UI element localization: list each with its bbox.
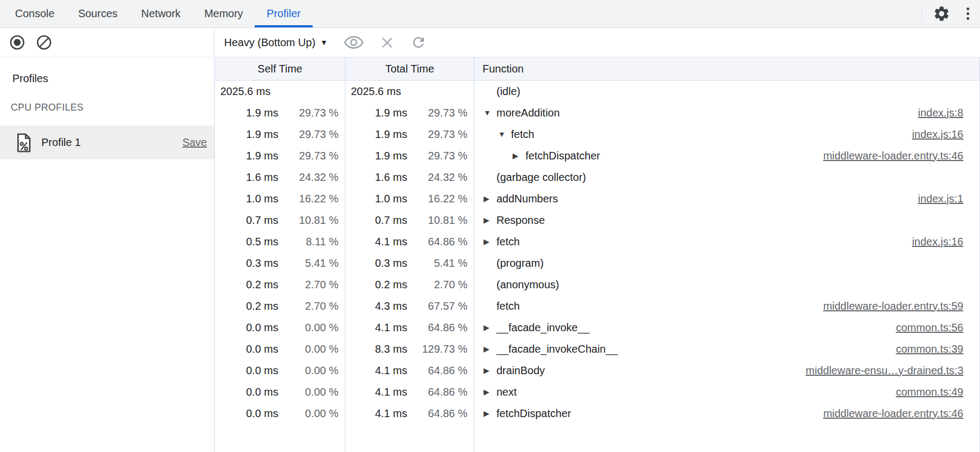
self-time-ms: 1.9 ms (215, 150, 278, 162)
profile-table-row[interactable]: 2025.6 ms 2025.6 ms (idle) (215, 81, 979, 102)
profile-table-row[interactable]: 0.0 ms 0.00 % 4.1 ms 64.86 % ▶ drainBody… (215, 360, 979, 381)
tree-toggle-icon[interactable]: ▶ (484, 409, 496, 418)
profile-table-row[interactable]: 0.3 ms 5.41 % 0.3 ms 5.41 % (program) (215, 252, 979, 274)
devtools-tabbar: Console Sources Network Memory Profiler (0, 0, 980, 28)
function-cell: ▶ fetchDispatcher middleware-loader.entr… (474, 403, 979, 424)
profile-table-row[interactable]: 0.2 ms 2.70 % 4.3 ms 67.57 % fetch middl… (215, 295, 979, 317)
focus-function-eye-icon[interactable] (344, 35, 364, 49)
grid-header-row: Self Time Total Time Function (215, 57, 979, 81)
tab-console[interactable]: Console (3, 0, 66, 27)
total-time-ms: 1.9 ms (345, 150, 407, 162)
profile-table-row[interactable]: 0.7 ms 10.81 % 0.7 ms 10.81 % ▶ Response (215, 209, 979, 231)
restore-refresh-icon[interactable] (410, 34, 427, 50)
self-time-cell: 0.2 ms 2.70 % (215, 295, 345, 317)
function-cell: (anonymous) (474, 274, 979, 295)
tree-toggle-icon[interactable]: ▶ (513, 151, 525, 160)
function-name: fetchDispatcher (525, 150, 600, 162)
source-location-link[interactable]: index.js:8 (918, 107, 964, 119)
tab-network[interactable]: Network (129, 0, 192, 27)
exclude-function-close-icon[interactable] (380, 35, 394, 50)
total-time-percent: 64.86 % (407, 407, 467, 420)
source-location-link[interactable]: common.ts:56 (896, 322, 963, 334)
source-location-link[interactable]: index.js:16 (912, 128, 963, 141)
profile-table-row[interactable]: 1.6 ms 24.32 % 1.6 ms 24.32 % (garbage c… (215, 166, 979, 188)
profile-name: Profile 1 (41, 136, 81, 149)
column-header-self-time[interactable]: Self Time (215, 57, 345, 80)
self-time-percent: 29.73 % (278, 107, 338, 119)
function-name: fetch (511, 128, 534, 141)
function-cell: ▶ addNumbers index.js:1 (474, 188, 979, 209)
source-location-link[interactable]: middleware-loader.entry.ts:46 (823, 407, 963, 420)
self-time-cell: 1.9 ms 29.73 % (215, 145, 345, 166)
self-time-ms: 0.0 ms (215, 343, 278, 355)
profile-table-row[interactable]: 1.9 ms 29.73 % 1.9 ms 29.73 % ▶ fetchDis… (215, 145, 979, 166)
profile-table-row[interactable]: 0.0 ms 0.00 % 4.1 ms 64.86 % ▶ next comm… (215, 381, 979, 403)
save-profile-link[interactable]: Save (182, 136, 207, 149)
tree-toggle-icon[interactable]: ▼ (498, 130, 511, 138)
source-location-link[interactable]: index.js:1 (918, 193, 964, 205)
function-cell: ▶ Response (474, 209, 979, 231)
tab-sources[interactable]: Sources (66, 0, 129, 27)
total-time-cell: 4.1 ms 64.86 % (345, 231, 474, 252)
total-time-cell: 0.7 ms 10.81 % (345, 209, 474, 231)
column-header-function[interactable]: Function (474, 57, 979, 80)
profile-table-row[interactable]: 1.9 ms 29.73 % 1.9 ms 29.73 % ▼ moreAddi… (215, 102, 979, 123)
self-time-cell: 0.0 ms 0.00 % (215, 317, 345, 338)
source-location-link[interactable]: index.js:16 (912, 236, 963, 248)
profile-document-icon (16, 133, 32, 152)
tree-toggle-icon[interactable]: ▶ (484, 366, 496, 375)
tree-toggle-icon[interactable]: ▼ (484, 108, 496, 117)
tree-toggle-icon[interactable]: ▶ (484, 345, 496, 353)
self-time-percent: 0.00 % (278, 343, 338, 355)
profile-table-row[interactable]: 1.0 ms 16.22 % 1.0 ms 16.22 % ▶ addNumbe… (215, 188, 979, 209)
self-time-cell: 1.0 ms 16.22 % (215, 188, 345, 209)
total-time-percent: 129.73 % (407, 343, 467, 355)
self-time-cell: 0.0 ms 0.00 % (215, 338, 345, 360)
self-time-ms: 1.9 ms (215, 107, 278, 119)
clear-profiles-icon[interactable] (35, 34, 53, 51)
total-time-percent: 10.81 % (407, 214, 467, 227)
function-cell: ▶ __facade_invoke__ common.ts:56 (474, 317, 979, 338)
tree-toggle-icon[interactable]: ▶ (484, 216, 496, 224)
total-time-cell: 8.3 ms 129.73 % (345, 338, 474, 360)
profile-table-row[interactable]: 0.0 ms 0.00 % 4.1 ms 64.86 % ▶ fetchDisp… (215, 403, 979, 424)
profile-table-row[interactable]: 0.5 ms 8.11 % 4.1 ms 64.86 % ▶ fetch ind… (215, 231, 979, 252)
profile-table-row[interactable]: 1.9 ms 29.73 % 1.9 ms 29.73 % ▼ fetch in… (215, 123, 979, 145)
source-location-link[interactable]: middleware-loader.entry.ts:59 (823, 300, 963, 312)
tab-memory[interactable]: Memory (192, 0, 255, 27)
source-location-link[interactable]: middleware-loader.entry.ts:46 (823, 150, 963, 162)
view-mode-select[interactable]: Heavy (Bottom Up) ▼ (224, 37, 328, 49)
self-time-ms: 1.9 ms (215, 128, 278, 141)
self-time-cell: 0.3 ms 5.41 % (215, 252, 345, 274)
total-time-cell: 0.3 ms 5.41 % (345, 252, 474, 274)
self-time-cell: 0.7 ms 10.81 % (215, 209, 345, 231)
settings-gear-icon[interactable] (933, 5, 950, 23)
tree-toggle-icon[interactable]: ▶ (484, 237, 496, 246)
source-location-link[interactable]: common.ts:39 (896, 343, 963, 355)
column-header-total-time[interactable]: Total Time (345, 57, 474, 80)
tab-profiler[interactable]: Profiler (255, 0, 312, 27)
self-time-ms: 0.3 ms (215, 257, 278, 269)
tree-toggle-icon[interactable]: ▶ (484, 194, 496, 203)
self-time-cell: 0.0 ms 0.00 % (215, 403, 345, 424)
profile-table-row[interactable]: 0.0 ms 0.00 % 4.1 ms 64.86 % ▶ __facade_… (215, 317, 979, 338)
self-time-ms: 2025.6 ms (220, 85, 270, 98)
profile-table-row[interactable]: 0.0 ms 0.00 % 8.3 ms 129.73 % ▶ __facade… (215, 338, 979, 360)
tree-toggle-icon[interactable]: ▶ (484, 388, 496, 396)
function-name: fetchDispatcher (496, 407, 571, 420)
function-name: __facade_invokeChain__ (496, 343, 618, 355)
total-time-ms: 1.0 ms (345, 193, 407, 205)
source-location-link[interactable]: common.ts:49 (896, 386, 963, 398)
total-time-cell: 2025.6 ms (345, 81, 474, 102)
tree-toggle-icon[interactable]: ▶ (484, 323, 496, 332)
overflow-menu-icon[interactable] (964, 5, 971, 22)
cpu-profiles-section-label: CPU PROFILES (11, 102, 214, 113)
profile-list-item[interactable]: Profile 1 Save (0, 126, 214, 159)
function-name: fetch (496, 300, 520, 312)
source-location-link[interactable]: middleware-ensu…y-drained.ts:3 (806, 364, 963, 377)
self-time-percent: 24.32 % (278, 171, 338, 184)
profile-table-row[interactable]: 0.2 ms 2.70 % 0.2 ms 2.70 % (anonymous) (215, 274, 979, 295)
self-time-cell: 0.2 ms 2.70 % (215, 274, 345, 295)
total-time-percent: 64.86 % (407, 364, 467, 377)
record-profile-icon[interactable] (9, 34, 26, 51)
